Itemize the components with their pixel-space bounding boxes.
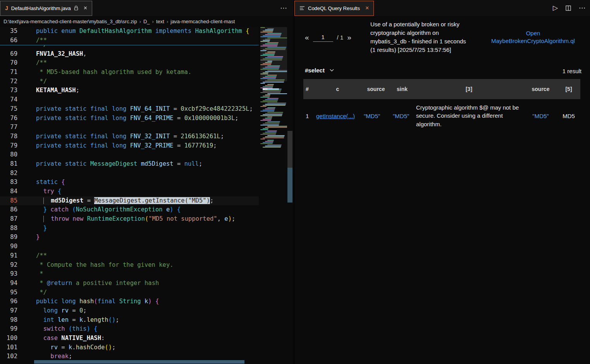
column-header[interactable]: source (524, 86, 557, 92)
code-line[interactable]: 99 switch (this) { (0, 325, 259, 334)
line-number[interactable]: 98 (0, 316, 17, 325)
line-number[interactable]: 83 (0, 178, 17, 187)
line-number[interactable]: 73 (0, 86, 17, 95)
column-header[interactable]: [5] (557, 86, 580, 92)
code-line[interactable]: 89} (0, 233, 259, 242)
line-number[interactable]: 71 (0, 68, 17, 77)
line-number[interactable]: 72 (0, 77, 17, 86)
code-line[interactable]: 74 (0, 95, 259, 105)
line-number[interactable]: 75 (0, 105, 17, 114)
line-number[interactable]: 74 (0, 95, 17, 105)
code-line[interactable]: 97 long rv = 0; (0, 306, 259, 316)
line-number[interactable]: 92 (0, 261, 17, 270)
code-line[interactable]: 71 * MD5-based hash algorithm used by ke… (0, 68, 259, 77)
code-line[interactable]: 100 case NATIVE_HASH: (0, 334, 259, 343)
line-number[interactable]: 96 (0, 297, 17, 306)
line-number[interactable]: 93 (0, 270, 17, 279)
open-query-file-link[interactable]: Open MaybeBrokenCryptoAlgorithm.ql (484, 29, 582, 45)
code-line[interactable]: 82 (0, 169, 259, 178)
code-line[interactable]: 83static { (0, 178, 259, 187)
line-number[interactable]: 85 (0, 196, 17, 206)
line-number[interactable]: 69 (0, 50, 17, 59)
code-line[interactable]: 75private static final long FNV_64_INIT … (0, 105, 259, 114)
line-number[interactable]: 66 (0, 36, 17, 45)
code-line[interactable]: 76private static final long FNV_64_PRIME… (0, 114, 259, 123)
tab-codeql-query-results[interactable]: CodeQL Query Results × (294, 1, 374, 16)
code-line[interactable]: 79private static final long FNV_32_PRIME… (0, 141, 259, 151)
sticky-scroll[interactable]: 35public enum DefaultHashAlgorithm imple… (0, 27, 259, 45)
horizontal-scrollbar-slider[interactable] (34, 360, 244, 364)
line-number[interactable]: 79 (0, 141, 17, 151)
code-line[interactable]: 70/** (0, 58, 259, 68)
breadcrumb-item[interactable]: D:\text\java-memcached-client-master\myb… (3, 19, 137, 24)
line-number[interactable]: 84 (0, 187, 17, 196)
code-line[interactable]: 86 } catch (NoSuchAlgorithmException e) … (0, 205, 259, 215)
breadcrumb-item[interactable]: text (156, 19, 164, 24)
line-number[interactable]: 95 (0, 288, 17, 297)
code-line[interactable]: 69FNV1A_32_HASH, (0, 50, 259, 59)
code-line[interactable]: 92 * Compute the hash for the given key. (0, 261, 259, 270)
line-number[interactable]: 86 (0, 205, 17, 215)
vertical-scrollbar-slider[interactable] (287, 131, 292, 168)
column-header[interactable]: source (361, 86, 390, 92)
code-line[interactable]: 93 * (0, 270, 259, 279)
line-number[interactable]: 99 (0, 325, 17, 334)
line-number[interactable]: 91 (0, 251, 17, 261)
select-dropdown[interactable]: #select (305, 67, 334, 74)
code-editor[interactable]: 35public enum DefaultHashAlgorithm imple… (0, 27, 294, 364)
source-value-link[interactable]: "MD5" (532, 113, 549, 119)
line-number[interactable]: 82 (0, 169, 17, 178)
minimap[interactable] (260, 27, 287, 153)
code-line[interactable]: 87 throw new RuntimeException("MD5 not s… (0, 215, 259, 224)
code-line[interactable]: 78private static final long FNV_32_INIT … (0, 132, 259, 141)
close-icon[interactable]: × (365, 5, 369, 11)
code-line[interactable]: 94 * @return a positive integer hash (0, 279, 259, 288)
line-number[interactable]: 78 (0, 132, 17, 141)
line-number[interactable]: 76 (0, 114, 17, 123)
column-header[interactable]: [3] (414, 86, 524, 92)
column-header[interactable]: # (303, 86, 314, 92)
query-file-name[interactable]: MaybeBrokenCryptoAlgorithm.ql (484, 37, 582, 45)
line-number[interactable]: 88 (0, 224, 17, 233)
line-number[interactable]: 87 (0, 215, 17, 224)
code-line[interactable]: 88 } (0, 224, 259, 233)
last-page-icon[interactable]: » (347, 34, 351, 41)
more-actions-icon[interactable]: ⋯ (280, 4, 287, 12)
sink-value-link[interactable]: "MD5" (393, 113, 409, 119)
line-number[interactable]: 35 (0, 27, 17, 36)
code-line[interactable]: 35public enum DefaultHashAlgorithm imple… (0, 27, 259, 36)
source-value-link[interactable]: "MD5" (364, 113, 380, 119)
code-line[interactable]: 101 rv = k.hashCode(); (0, 343, 259, 352)
code-line[interactable]: 72 */ (0, 77, 259, 86)
run-query-icon[interactable]: ▷ (553, 4, 558, 12)
code-line[interactable]: 85 md5Digest = MessageDigest.getInstance… (0, 196, 259, 206)
code-line[interactable]: 91/** (0, 251, 259, 261)
page-number-input[interactable] (313, 33, 333, 42)
first-page-icon[interactable]: « (305, 34, 309, 41)
line-number[interactable]: 89 (0, 233, 17, 242)
breadcrumb-item[interactable]: D_ (143, 19, 150, 24)
code-line[interactable]: 84 try { (0, 187, 259, 196)
line-number[interactable]: 94 (0, 279, 17, 288)
code-line[interactable]: 81private static MessageDigest md5Digest… (0, 160, 259, 169)
code-line[interactable]: 80 (0, 150, 259, 160)
code-line[interactable]: 73KETAMA_HASH; (0, 86, 259, 95)
line-number[interactable]: 101 (0, 343, 17, 352)
split-editor-icon[interactable] (566, 5, 571, 11)
vertical-scrollbar[interactable] (286, 27, 294, 364)
tab-default-hash-algorithm[interactable]: J DefaultHashAlgorithm.java × (0, 1, 92, 16)
result-location-link[interactable]: getInstance(...) (316, 113, 355, 119)
code-line[interactable]: 77 (0, 123, 259, 132)
more-actions-icon[interactable]: ⋯ (579, 4, 585, 12)
line-number[interactable]: 100 (0, 334, 17, 343)
line-number[interactable]: 77 (0, 123, 17, 132)
line-number[interactable]: 90 (0, 242, 17, 251)
line-number[interactable]: 70 (0, 58, 17, 68)
code-line[interactable]: 90 (0, 242, 259, 251)
column-header[interactable]: sink (390, 86, 414, 92)
line-number[interactable]: 97 (0, 306, 17, 316)
open-link-label[interactable]: Open (484, 29, 582, 37)
code-line[interactable]: 96public long hash(final String k) { (0, 297, 259, 306)
code-line[interactable]: 66/** (0, 36, 259, 45)
line-number[interactable]: 80 (0, 150, 17, 160)
